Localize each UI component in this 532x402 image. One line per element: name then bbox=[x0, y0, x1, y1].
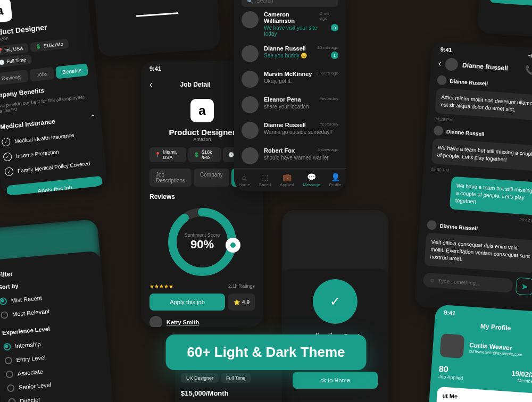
salary-chip: 💲$16k /Mo bbox=[188, 147, 221, 162]
type-chip: 🕐Full Time bbox=[0, 54, 32, 68]
message-item[interactable]: Dianne Russell30 min ago See you buddy 😊… bbox=[242, 41, 338, 66]
home-indicator bbox=[136, 12, 179, 17]
page-title: Job Detail bbox=[180, 81, 210, 88]
send-button[interactable]: ➤ bbox=[516, 278, 532, 296]
msg-text: share your location bbox=[264, 104, 309, 110]
msg-text: See you buddy 😊 bbox=[264, 53, 307, 59]
msg-time: 2 min ago bbox=[320, 11, 338, 24]
call-icon[interactable]: 📞 bbox=[525, 64, 532, 75]
msg-time: 4 days ago bbox=[318, 147, 338, 154]
star-rating: ★★★★★ bbox=[149, 283, 173, 289]
nav-saved[interactable]: ⬚Saved bbox=[259, 173, 271, 187]
success-check-icon: ✓ bbox=[313, 279, 358, 324]
bookmark-icon: ⬚ bbox=[259, 173, 271, 181]
check-icon: ✓ bbox=[2, 137, 11, 147]
score-label: Sentiment Score bbox=[185, 232, 220, 238]
sent-bubble: We have a team but still missing a coupl… bbox=[450, 177, 532, 215]
insurance-heading: Medical Insurance bbox=[0, 118, 56, 131]
avatar bbox=[437, 75, 447, 85]
unread-badge: 1 bbox=[331, 52, 338, 59]
nav-applied[interactable]: 💼Applied bbox=[280, 173, 294, 187]
message-item[interactable]: Eleanor PenaYesterday share your locatio… bbox=[242, 92, 338, 118]
rating-count: 2.1k Ratings bbox=[228, 283, 255, 289]
msg-time: Yesterday bbox=[320, 96, 338, 103]
message-item[interactable]: Robert Fox4 days ago should have warned … bbox=[242, 143, 338, 169]
msg-name: Marvin McKinney bbox=[264, 71, 312, 77]
msg-author: Dianne Russell bbox=[439, 223, 478, 231]
msg-name: Cameron Williamson bbox=[264, 11, 320, 24]
nav-profile[interactable]: 👤Profile bbox=[329, 173, 342, 187]
back-icon[interactable]: ‹ bbox=[149, 80, 152, 89]
msg-time: Yesterday bbox=[320, 122, 338, 128]
applied-label: Job Applied bbox=[438, 374, 463, 381]
about-heading: ut Me bbox=[436, 387, 532, 402]
avatar bbox=[242, 11, 259, 28]
home-icon: ⌂ bbox=[238, 173, 250, 181]
company-logo: a bbox=[0, 0, 13, 23]
check-icon: ✓ bbox=[3, 152, 12, 162]
briefcase-icon: 💼 bbox=[280, 173, 294, 181]
message-input[interactable]: ☺ Type something... bbox=[422, 272, 513, 293]
reviews-heading: Reviews bbox=[149, 193, 255, 200]
chat-name: Dianne Russell bbox=[462, 61, 521, 73]
tab-descriptions[interactable]: Job Descriptions bbox=[149, 169, 192, 187]
tab-benefits[interactable]: Benefits bbox=[55, 63, 88, 79]
location-chip: 📍Miami, USA bbox=[149, 147, 186, 162]
score-value: 90% bbox=[185, 238, 220, 252]
unread-badge: 3 bbox=[331, 24, 338, 31]
msg-text: Okay, got it. bbox=[264, 78, 292, 84]
status-time: 9:41 bbox=[440, 46, 452, 54]
tab-reviews[interactable]: Reviews bbox=[0, 70, 29, 85]
profile-icon: 👤 bbox=[329, 173, 342, 181]
msg-name: Robert Fox bbox=[264, 147, 295, 154]
update-button[interactable]: Update bbox=[489, 0, 532, 10]
status-time: 9:41 bbox=[444, 309, 456, 316]
msg-time: 30 min ago bbox=[317, 45, 338, 52]
avatar bbox=[242, 147, 259, 164]
msg-text: We have visit your site today bbox=[264, 25, 331, 37]
avatar bbox=[427, 220, 437, 230]
company-logo: a bbox=[190, 99, 214, 122]
message-item[interactable]: Cameron Williamson2 min ago We have visi… bbox=[242, 7, 338, 41]
msg-author: Dianne Russell bbox=[450, 78, 488, 86]
back-home-button[interactable]: ck to Home bbox=[293, 372, 378, 389]
check-icon: ✓ bbox=[4, 167, 14, 177]
msg-name: Dianne Russell bbox=[264, 45, 306, 52]
nav-home[interactable]: ⌂Home bbox=[238, 173, 250, 187]
search-icon: 🔍 bbox=[247, 0, 253, 4]
chat-avatar bbox=[445, 57, 459, 71]
status-icons: •ıl ⬚ ▬ bbox=[528, 52, 532, 61]
emoji-icon[interactable]: ☺ bbox=[429, 277, 435, 283]
rating-badge: ⭐4.9 bbox=[228, 294, 255, 311]
back-icon[interactable]: ‹ bbox=[438, 58, 442, 68]
tag-fulltime[interactable]: Full Time bbox=[221, 373, 251, 383]
received-bubble: Amet minim mollit non deserunt ullamco e… bbox=[435, 88, 532, 121]
nav-message[interactable]: 💬Message bbox=[303, 173, 320, 187]
avatar bbox=[433, 125, 443, 136]
ring-handle bbox=[226, 238, 240, 253]
tab-jobs[interactable]: Jobs bbox=[29, 67, 54, 82]
msg-text: Wanna go outside someday? bbox=[264, 129, 332, 135]
apply-button[interactable]: Apply this job bbox=[6, 176, 103, 197]
tag-ux[interactable]: UX Designer bbox=[181, 373, 219, 383]
reviewer-name: Ketty Smith bbox=[167, 319, 199, 325]
status-time: 9:41 bbox=[149, 65, 161, 72]
tab-company[interactable]: Company bbox=[194, 169, 229, 187]
message-item[interactable]: Dianne RussellYesterday Wanna go outside… bbox=[242, 118, 338, 143]
location-chip: 📍mi, USA bbox=[0, 43, 29, 56]
search-input[interactable]: 🔍 Search bbox=[242, 0, 338, 7]
salary-chip: 💲$16k /Mo bbox=[30, 39, 69, 52]
profile-avatar bbox=[439, 333, 464, 358]
msg-name: Eleanor Pena bbox=[264, 96, 301, 103]
received-bubble: Velit officia consequat duis enim velit … bbox=[424, 233, 532, 273]
apply-button[interactable]: Apply this job bbox=[149, 294, 225, 311]
theme-count-badge: 60+ Light & Dark Theme bbox=[166, 334, 367, 370]
reviewer-avatar bbox=[149, 316, 162, 327]
chevron-up-icon[interactable]: ⌃ bbox=[90, 113, 96, 121]
received-bubble: We have a team but still missing a coupl… bbox=[431, 138, 532, 171]
member-label: Member Sinc bbox=[511, 378, 532, 386]
msg-name: Dianne Russell bbox=[264, 122, 306, 128]
avatar bbox=[242, 45, 259, 62]
sentiment-ring: Sentiment Score 90% bbox=[165, 205, 239, 279]
message-item[interactable]: Marvin McKinney3 hours ago Okay, got it. bbox=[242, 66, 338, 92]
